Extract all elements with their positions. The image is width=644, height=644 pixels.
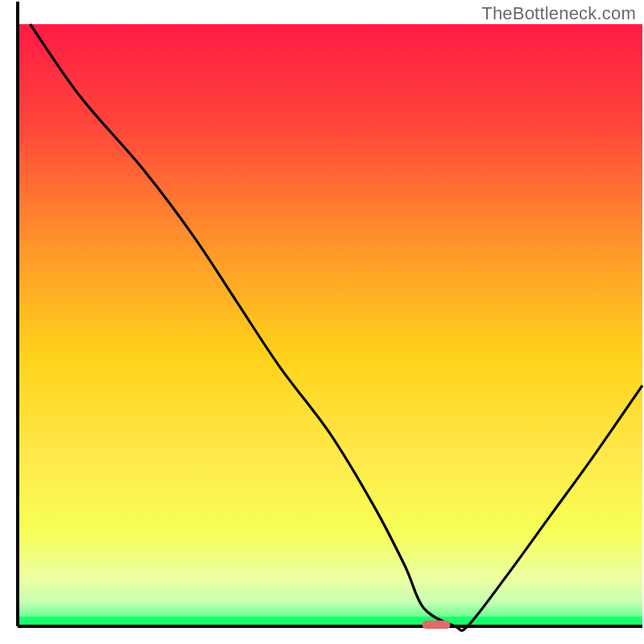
gradient-background <box>18 24 642 626</box>
watermark-text: TheBottleneck.com <box>481 3 636 24</box>
optimum-marker <box>422 621 450 629</box>
bottleneck-chart <box>0 0 644 644</box>
chart-container: TheBottleneck.com <box>0 0 644 644</box>
